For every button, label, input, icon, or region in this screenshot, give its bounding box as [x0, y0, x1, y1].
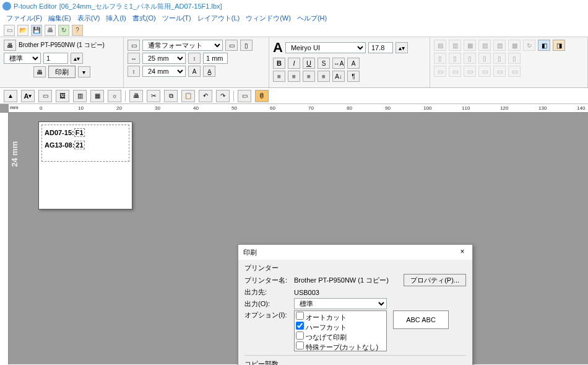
vertical-text-icon[interactable]: A↓: [332, 71, 345, 82]
snap-icon[interactable]: ◧: [538, 40, 550, 51]
dist2-icon[interactable]: ▯: [449, 53, 461, 64]
rotate-icon[interactable]: ↻: [523, 40, 535, 51]
output-select[interactable]: 標準: [294, 298, 387, 309]
orient-h-icon[interactable]: ▭: [225, 40, 238, 51]
order3-icon[interactable]: ▭: [464, 66, 476, 77]
align-center-icon[interactable]: ≡: [288, 71, 300, 82]
menu-insert[interactable]: 挿入(I): [103, 14, 128, 23]
table-icon[interactable]: ▦: [90, 90, 104, 102]
copy-icon[interactable]: ⧉: [164, 90, 178, 102]
width-select[interactable]: 25 mm: [142, 53, 186, 64]
align-left-icon[interactable]: ≡: [273, 71, 285, 82]
image-icon[interactable]: 🖼: [56, 90, 69, 102]
paste-icon[interactable]: 📋: [181, 90, 195, 102]
barcode-icon[interactable]: ▥: [73, 90, 87, 102]
cut-icon[interactable]: ✂: [147, 90, 160, 102]
print-button[interactable]: 印刷: [48, 66, 76, 78]
ruler-tick: 110: [462, 105, 470, 111]
quality-select[interactable]: 標準: [4, 53, 41, 64]
print-dropdown-icon[interactable]: ▾: [78, 66, 90, 77]
printer-name: Brother PT-P950NW (1 コピー): [19, 41, 105, 50]
pointer-icon[interactable]: ▲: [4, 90, 17, 102]
dist5-icon[interactable]: ▯: [493, 53, 506, 64]
menu-view[interactable]: 表示(V): [75, 14, 103, 23]
label-line2-b[interactable]: 21: [74, 141, 84, 149]
copies-input[interactable]: [43, 53, 68, 64]
bold-icon[interactable]: B: [273, 58, 285, 69]
italic-icon[interactable]: I: [288, 58, 300, 69]
align6-icon[interactable]: ▩: [508, 40, 521, 51]
opt-autocut[interactable]: [296, 312, 304, 320]
spinner-icon[interactable]: ▴▾: [71, 53, 83, 64]
margin-input[interactable]: [203, 53, 228, 64]
order2-icon[interactable]: ▭: [449, 66, 461, 77]
align3-icon[interactable]: ▦: [464, 40, 476, 51]
new-icon[interactable]: ▭: [4, 25, 15, 36]
print2-icon[interactable]: 🖶: [129, 90, 143, 102]
align5-icon[interactable]: ▨: [493, 40, 506, 51]
menu-edit[interactable]: 編集(E): [46, 14, 74, 23]
opt-chain[interactable]: [296, 332, 304, 340]
label-preview[interactable]: AD07-15:F1 AG13-08:21: [38, 121, 132, 209]
menu-file[interactable]: ファイル(F): [4, 14, 45, 23]
underline-icon[interactable]: U: [303, 58, 315, 69]
ungroup-icon[interactable]: ▭: [508, 66, 521, 77]
order4-icon[interactable]: ▭: [478, 66, 491, 77]
menu-tool[interactable]: ツール(T): [160, 14, 194, 23]
text-frame-icon[interactable]: A: [188, 66, 201, 77]
rtl-icon[interactable]: ¶: [347, 71, 360, 82]
database-icon[interactable]: 🛢: [255, 90, 269, 102]
snap2-icon[interactable]: ◨: [553, 40, 565, 51]
align-right-icon[interactable]: ≡: [303, 71, 315, 82]
lbl-printername: プリンター名:: [244, 276, 294, 285]
ruler-tick: 0: [40, 105, 42, 111]
label-line1-b[interactable]: F1: [74, 128, 85, 137]
menu-layout[interactable]: レイアウト(L): [195, 14, 242, 23]
align1-icon[interactable]: ▤: [434, 40, 446, 51]
dist3-icon[interactable]: ▯: [464, 53, 476, 64]
undo-icon[interactable]: ↶: [199, 90, 212, 102]
height-select[interactable]: 24 mm: [142, 66, 186, 77]
menu-window[interactable]: ウィンドウ(W): [243, 14, 293, 23]
zoom-icon[interactable]: ▭: [238, 90, 251, 102]
insert-text-icon[interactable]: A▾: [21, 90, 35, 102]
align-just-icon[interactable]: ≡: [318, 71, 330, 82]
strike-icon[interactable]: S: [318, 58, 330, 69]
font-select[interactable]: Meiryo UI: [285, 42, 366, 53]
spacing-icon[interactable]: ↔A: [332, 58, 345, 69]
font-color-icon[interactable]: A: [347, 58, 360, 69]
save-icon[interactable]: 💾: [31, 25, 42, 36]
order1-icon[interactable]: ▭: [434, 66, 446, 77]
format-mode-select[interactable]: 通常フォーマット: [142, 40, 223, 51]
open-icon[interactable]: 📂: [17, 25, 28, 36]
group-icon[interactable]: ▭: [493, 66, 506, 77]
options-listbox[interactable]: オートカット ハーフカット つなげて印刷 特殊テープ(カットなし) ミラー印刷: [294, 310, 387, 351]
dist4-icon[interactable]: ▯: [478, 53, 491, 64]
align4-icon[interactable]: ▧: [478, 40, 491, 51]
close-icon[interactable]: ×: [457, 247, 467, 257]
align2-icon[interactable]: ▥: [449, 40, 461, 51]
refresh-icon[interactable]: ↻: [58, 25, 69, 36]
print-icon[interactable]: 🖶: [45, 25, 56, 36]
redo-icon[interactable]: ↷: [216, 90, 230, 102]
font-size-input[interactable]: [368, 42, 393, 53]
val-port: USB003: [294, 289, 319, 296]
print-small-icon[interactable]: 🖶: [33, 66, 46, 77]
opt-special[interactable]: [296, 341, 304, 350]
properties-button[interactable]: プロパティ(P)...: [404, 274, 466, 286]
print-dialog: 印刷 × プリンター プリンター名: Brother PT-P950NW (1 …: [238, 244, 473, 365]
menu-format[interactable]: 書式(O): [130, 14, 158, 23]
dist1-icon[interactable]: ▯: [434, 53, 446, 64]
layout-panel: ▤ ▥ ▦ ▧ ▨ ▩ ↻ ◧ ◨ ▯ ▯ ▯ ▯ ▯ ▯ ▭ ▭ ▭ ▭ ▭ …: [430, 37, 588, 87]
opt-halfcut[interactable]: [296, 322, 304, 330]
text-frame2-icon[interactable]: A̲: [203, 66, 215, 77]
menu-bar: ファイル(F) 編集(E) 表示(V) 挿入(I) 書式(O) ツール(T) レ…: [0, 12, 588, 24]
menu-help[interactable]: ヘルプ(H): [295, 14, 329, 23]
canvas-area[interactable]: mm 0102030405060708090100110120130140 24…: [0, 104, 588, 364]
help-icon[interactable]: ?: [72, 25, 83, 36]
symbol-icon[interactable]: ☼: [108, 90, 121, 102]
frame-icon[interactable]: ▭: [38, 90, 52, 102]
orient-v-icon[interactable]: ▯: [240, 40, 253, 51]
dist6-icon[interactable]: ▯: [508, 53, 521, 64]
size-spinner-icon[interactable]: ▴▾: [396, 42, 408, 53]
